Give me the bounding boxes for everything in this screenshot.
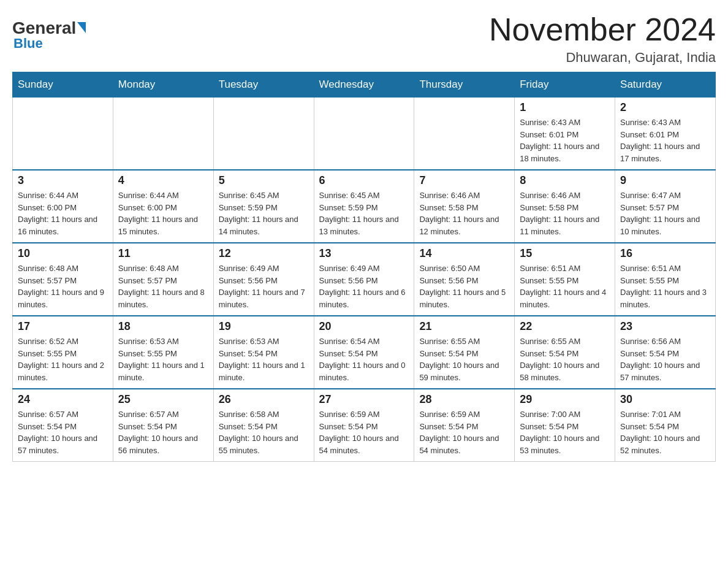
day-number: 12 [219, 247, 309, 260]
day-number: 24 [18, 393, 108, 406]
day-info: Sunrise: 7:00 AMSunset: 5:54 PMDaylight:… [520, 408, 610, 456]
table-row: 30Sunrise: 7:01 AMSunset: 5:54 PMDayligh… [615, 389, 716, 462]
calendar-header-row: Sunday Monday Tuesday Wednesday Thursday… [13, 72, 716, 98]
col-friday: Friday [515, 72, 615, 98]
day-info: Sunrise: 6:49 AMSunset: 5:56 PMDaylight:… [219, 262, 309, 310]
table-row [314, 98, 414, 170]
table-row: 16Sunrise: 6:51 AMSunset: 5:55 PMDayligh… [615, 243, 716, 316]
day-info: Sunrise: 6:55 AMSunset: 5:54 PMDaylight:… [419, 335, 509, 383]
day-number: 23 [620, 320, 710, 333]
day-number: 17 [18, 320, 108, 333]
page-header: General Blue November 2024 Dhuwaran, Guj… [12, 12, 716, 66]
table-row: 5Sunrise: 6:45 AMSunset: 5:59 PMDaylight… [213, 170, 314, 243]
day-number: 11 [118, 247, 208, 260]
title-block: November 2024 Dhuwaran, Gujarat, India [489, 12, 716, 66]
table-row: 29Sunrise: 7:00 AMSunset: 5:54 PMDayligh… [515, 389, 615, 462]
table-row: 1Sunrise: 6:43 AMSunset: 6:01 PMDaylight… [515, 98, 615, 170]
table-row [13, 98, 113, 170]
day-number: 16 [620, 247, 710, 260]
day-number: 5 [219, 174, 309, 187]
col-wednesday: Wednesday [314, 72, 414, 98]
day-info: Sunrise: 6:54 AMSunset: 5:54 PMDaylight:… [319, 335, 409, 383]
day-number: 9 [620, 174, 710, 187]
table-row: 4Sunrise: 6:44 AMSunset: 6:00 PMDaylight… [113, 170, 213, 243]
calendar-table: Sunday Monday Tuesday Wednesday Thursday… [12, 72, 716, 462]
table-row: 19Sunrise: 6:53 AMSunset: 5:54 PMDayligh… [213, 316, 314, 389]
day-number: 14 [419, 247, 509, 260]
table-row: 18Sunrise: 6:53 AMSunset: 5:55 PMDayligh… [113, 316, 213, 389]
day-info: Sunrise: 6:43 AMSunset: 6:01 PMDaylight:… [620, 117, 710, 164]
day-info: Sunrise: 6:49 AMSunset: 5:56 PMDaylight:… [319, 262, 409, 310]
day-number: 13 [319, 247, 409, 260]
day-info: Sunrise: 7:01 AMSunset: 5:54 PMDaylight:… [620, 408, 710, 456]
day-info: Sunrise: 6:57 AMSunset: 5:54 PMDaylight:… [18, 408, 108, 456]
table-row: 21Sunrise: 6:55 AMSunset: 5:54 PMDayligh… [414, 316, 515, 389]
logo-blue-text: Blue [13, 36, 43, 52]
day-info: Sunrise: 6:56 AMSunset: 5:54 PMDaylight:… [620, 335, 710, 383]
day-info: Sunrise: 6:48 AMSunset: 5:57 PMDaylight:… [118, 262, 208, 310]
location-title: Dhuwaran, Gujarat, India [489, 50, 716, 66]
day-number: 1 [520, 101, 610, 114]
day-info: Sunrise: 6:52 AMSunset: 5:55 PMDaylight:… [18, 335, 108, 383]
table-row: 25Sunrise: 6:57 AMSunset: 5:54 PMDayligh… [113, 389, 213, 462]
day-number: 21 [419, 320, 509, 333]
table-row: 26Sunrise: 6:58 AMSunset: 5:54 PMDayligh… [213, 389, 314, 462]
table-row: 17Sunrise: 6:52 AMSunset: 5:55 PMDayligh… [13, 316, 113, 389]
table-row: 2Sunrise: 6:43 AMSunset: 6:01 PMDaylight… [615, 98, 716, 170]
table-row: 14Sunrise: 6:50 AMSunset: 5:56 PMDayligh… [414, 243, 515, 316]
col-thursday: Thursday [414, 72, 515, 98]
col-saturday: Saturday [615, 72, 716, 98]
day-number: 18 [118, 320, 208, 333]
day-info: Sunrise: 6:51 AMSunset: 5:55 PMDaylight:… [520, 262, 610, 310]
logo: General Blue [12, 12, 86, 52]
day-info: Sunrise: 6:43 AMSunset: 6:01 PMDaylight:… [520, 117, 610, 164]
day-number: 7 [419, 174, 509, 187]
col-monday: Monday [113, 72, 213, 98]
table-row [213, 98, 314, 170]
day-number: 28 [419, 393, 509, 406]
table-row: 15Sunrise: 6:51 AMSunset: 5:55 PMDayligh… [515, 243, 615, 316]
day-info: Sunrise: 6:44 AMSunset: 6:00 PMDaylight:… [18, 190, 108, 237]
day-number: 19 [219, 320, 309, 333]
table-row [414, 98, 515, 170]
day-info: Sunrise: 6:45 AMSunset: 5:59 PMDaylight:… [219, 190, 309, 237]
table-row [113, 98, 213, 170]
table-row: 11Sunrise: 6:48 AMSunset: 5:57 PMDayligh… [113, 243, 213, 316]
table-row: 10Sunrise: 6:48 AMSunset: 5:57 PMDayligh… [13, 243, 113, 316]
col-tuesday: Tuesday [213, 72, 314, 98]
day-number: 15 [520, 247, 610, 260]
day-info: Sunrise: 6:53 AMSunset: 5:55 PMDaylight:… [118, 335, 208, 383]
day-number: 26 [219, 393, 309, 406]
day-info: Sunrise: 6:46 AMSunset: 5:58 PMDaylight:… [419, 190, 509, 237]
day-info: Sunrise: 6:50 AMSunset: 5:56 PMDaylight:… [419, 262, 509, 310]
day-info: Sunrise: 6:59 AMSunset: 5:54 PMDaylight:… [419, 408, 509, 456]
day-number: 2 [620, 101, 710, 114]
day-info: Sunrise: 6:48 AMSunset: 5:57 PMDaylight:… [18, 262, 108, 310]
day-info: Sunrise: 6:53 AMSunset: 5:54 PMDaylight:… [219, 335, 309, 383]
table-row: 9Sunrise: 6:47 AMSunset: 5:57 PMDaylight… [615, 170, 716, 243]
month-title: November 2024 [489, 12, 716, 47]
day-info: Sunrise: 6:51 AMSunset: 5:55 PMDaylight:… [620, 262, 710, 310]
day-info: Sunrise: 6:46 AMSunset: 5:58 PMDaylight:… [520, 190, 610, 237]
table-row: 20Sunrise: 6:54 AMSunset: 5:54 PMDayligh… [314, 316, 414, 389]
day-number: 22 [520, 320, 610, 333]
day-info: Sunrise: 6:55 AMSunset: 5:54 PMDaylight:… [520, 335, 610, 383]
table-row: 8Sunrise: 6:46 AMSunset: 5:58 PMDaylight… [515, 170, 615, 243]
day-info: Sunrise: 6:45 AMSunset: 5:59 PMDaylight:… [319, 190, 409, 237]
table-row: 7Sunrise: 6:46 AMSunset: 5:58 PMDaylight… [414, 170, 515, 243]
table-row: 22Sunrise: 6:55 AMSunset: 5:54 PMDayligh… [515, 316, 615, 389]
table-row: 6Sunrise: 6:45 AMSunset: 5:59 PMDaylight… [314, 170, 414, 243]
day-info: Sunrise: 6:44 AMSunset: 6:00 PMDaylight:… [118, 190, 208, 237]
day-number: 8 [520, 174, 610, 187]
day-number: 20 [319, 320, 409, 333]
table-row: 27Sunrise: 6:59 AMSunset: 5:54 PMDayligh… [314, 389, 414, 462]
calendar-week-row: 1Sunrise: 6:43 AMSunset: 6:01 PMDaylight… [13, 98, 716, 170]
calendar-week-row: 17Sunrise: 6:52 AMSunset: 5:55 PMDayligh… [13, 316, 716, 389]
logo-arrow-icon [77, 22, 86, 33]
table-row: 24Sunrise: 6:57 AMSunset: 5:54 PMDayligh… [13, 389, 113, 462]
day-number: 29 [520, 393, 610, 406]
table-row: 23Sunrise: 6:56 AMSunset: 5:54 PMDayligh… [615, 316, 716, 389]
day-info: Sunrise: 6:59 AMSunset: 5:54 PMDaylight:… [319, 408, 409, 456]
day-number: 10 [18, 247, 108, 260]
day-info: Sunrise: 6:57 AMSunset: 5:54 PMDaylight:… [118, 408, 208, 456]
